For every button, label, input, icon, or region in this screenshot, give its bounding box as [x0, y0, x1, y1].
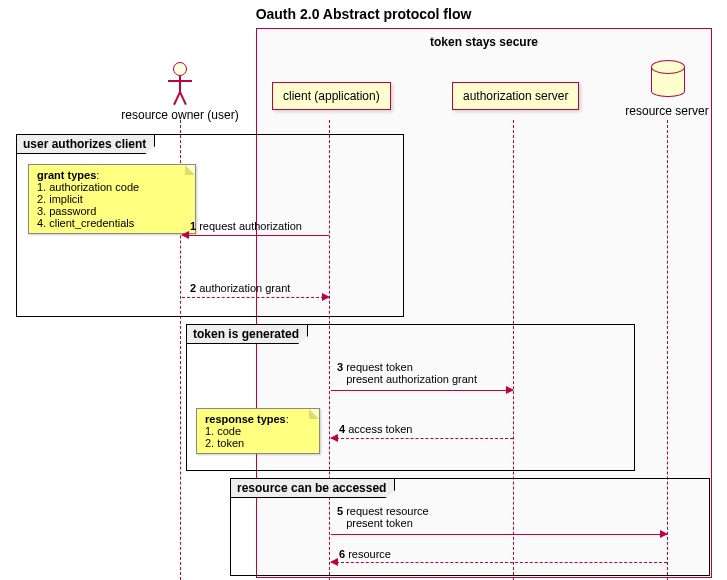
msg-5: 5 request resource present token: [337, 505, 429, 529]
group-token-generated-label: token is generated: [186, 324, 308, 344]
note-response-types: response types: 1. code 2. token: [196, 408, 320, 454]
note-grant-item-3: 3. password: [37, 205, 96, 217]
msg-1: 1 request authorization: [190, 220, 302, 232]
note-grant-item-1: 1. authorization code: [37, 181, 139, 193]
participant-client: client (application): [272, 82, 391, 110]
note-grant-item-2: 2. implicit: [37, 193, 83, 205]
group-user-authorizes-label: user authorizes client: [16, 134, 155, 154]
msg-4: 4 access token: [339, 423, 412, 435]
note-response-item-1: 1. code: [205, 425, 241, 437]
participant-resource-label: resource server: [622, 104, 712, 118]
participant-authz: authorization server: [452, 82, 579, 110]
person-icon: [168, 62, 192, 108]
participant-resource: resource server: [622, 60, 712, 118]
secure-box-title: token stays secure: [257, 29, 711, 49]
database-icon: [651, 60, 683, 96]
actor-user: resource owner (user): [120, 62, 240, 122]
note-grant-types: grant types: 1. authorization code 2. im…: [28, 164, 196, 234]
group-resource-accessed-label: resource can be accessed: [230, 478, 395, 498]
msg-6: 6 resource: [339, 548, 391, 560]
msg-2: 2 authorization grant: [190, 282, 290, 294]
msg-3: 3 request token present authorization gr…: [337, 361, 477, 385]
note-grant-item-4: 4. client_credentials: [37, 217, 134, 229]
note-response-item-2: 2. token: [205, 437, 244, 449]
note-grant-title: grant types: [37, 169, 96, 181]
diagram-title: Oauth 2.0 Abstract protocol flow: [0, 0, 727, 22]
note-response-title: response types: [205, 413, 286, 425]
